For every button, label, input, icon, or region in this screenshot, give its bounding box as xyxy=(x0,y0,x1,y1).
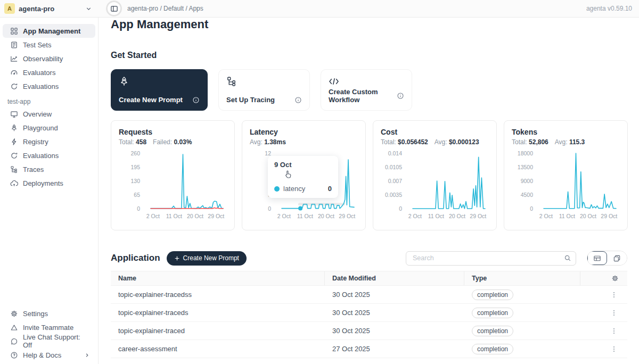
chevron-right-icon xyxy=(84,352,90,358)
sidebar-item-app-management[interactable]: App Management xyxy=(3,24,95,38)
app-date-modified: 30 Oct 2025 xyxy=(325,309,464,317)
sidebar-item-label: Overview xyxy=(23,110,52,118)
gear-icon[interactable] xyxy=(611,275,619,282)
sidebar-item-test-sets[interactable]: Test Sets xyxy=(3,38,95,52)
svg-text:12: 12 xyxy=(265,150,271,156)
svg-text:65: 65 xyxy=(134,192,140,198)
application-heading: Application xyxy=(111,253,160,263)
table-row[interactable]: topic-explainer-tracedss 30 Oct 2025 com… xyxy=(111,286,627,304)
breadcrumb[interactable]: agenta-pro / Default / Apps xyxy=(127,5,203,12)
svg-text:20 Oct: 20 Oct xyxy=(187,213,203,219)
row-menu-button[interactable] xyxy=(610,309,618,317)
sidebar-item-evaluations[interactable]: Evaluations xyxy=(3,79,95,93)
app-name: topic-explainer-traced xyxy=(111,327,325,335)
column-header-type[interactable]: Type xyxy=(464,271,580,285)
sidebar-item-invite-teammate[interactable]: Invite Teammate xyxy=(3,320,95,334)
chart-title: Cost xyxy=(381,128,489,136)
type-badge: completion xyxy=(472,344,513,354)
svg-text:11 Oct: 11 Oct xyxy=(428,213,444,219)
svg-text:20 Oct: 20 Oct xyxy=(449,213,465,219)
type-badge: completion xyxy=(472,308,513,318)
sidebar-item-live-chat[interactable]: Live Chat Support: Off xyxy=(3,334,95,348)
column-settings-header xyxy=(580,271,627,285)
help-icon xyxy=(10,351,18,359)
search-input[interactable] xyxy=(412,254,564,262)
sidebar-item-help-docs[interactable]: Help & Docs xyxy=(3,348,95,362)
svg-text:11 Oct: 11 Oct xyxy=(559,213,575,219)
card-view-button[interactable] xyxy=(607,251,627,265)
create-custom-workflow-card[interactable]: Create Custom Workflow xyxy=(321,69,412,111)
topbar: A agenta-pro agenta-pro / Default / Apps… xyxy=(0,0,639,18)
app-name: career-assessment xyxy=(111,345,325,353)
search-box xyxy=(406,251,576,266)
sidebar-item-settings[interactable]: Settings xyxy=(3,307,95,320)
set-up-tracing-card[interactable]: Set Up Tracing xyxy=(218,69,310,111)
chart-title: Requests xyxy=(119,128,227,136)
observability-icon xyxy=(10,55,18,63)
svg-text:29 Oct: 29 Oct xyxy=(208,213,224,219)
create-new-prompt-button[interactable]: Create New Prompt xyxy=(167,251,247,266)
sidebar-item-evaluators[interactable]: Evaluators xyxy=(3,65,95,79)
sidebar-item-app-evaluations[interactable]: Evaluations xyxy=(3,148,95,162)
workspace-avatar: A xyxy=(4,3,15,14)
workspace-switcher[interactable]: A agenta-pro xyxy=(0,3,99,14)
grid-icon xyxy=(10,27,18,35)
sidebar-item-label: Deployments xyxy=(23,179,63,187)
svg-text:0: 0 xyxy=(137,205,140,212)
gauge-icon xyxy=(10,69,18,77)
app-name: topic-explainer-traceds xyxy=(111,309,325,317)
column-header-name[interactable]: Name xyxy=(111,271,325,285)
svg-text:2 Oct: 2 Oct xyxy=(277,213,291,219)
svg-text:195: 195 xyxy=(130,164,140,170)
row-menu-button[interactable] xyxy=(610,345,618,353)
sidebar-item-label: Help & Docs xyxy=(23,351,61,359)
search-icon[interactable] xyxy=(564,254,571,262)
svg-text:0.007: 0.007 xyxy=(388,178,402,184)
card-label: Set Up Tracing xyxy=(226,96,275,104)
svg-text:130: 130 xyxy=(130,178,140,184)
create-new-prompt-card[interactable]: Create New Prompt xyxy=(111,69,208,111)
sidebar-item-label: Invite Teammate xyxy=(23,324,73,332)
row-menu-button[interactable] xyxy=(610,291,618,299)
info-icon[interactable] xyxy=(192,96,200,104)
rocket-icon xyxy=(119,76,200,87)
sidebar-item-playground[interactable]: Playground xyxy=(3,121,95,135)
type-badge: completion xyxy=(472,289,513,300)
table-row[interactable]: topic-explainer-traced 30 Oct 2025 compl… xyxy=(111,322,627,340)
sidebar-collapse-button[interactable] xyxy=(106,1,122,16)
get-started-heading: Get Started xyxy=(111,51,627,60)
sidebar-item-traces[interactable]: Traces xyxy=(3,162,95,176)
info-icon[interactable] xyxy=(397,92,404,100)
tokens-chart: 18000135009000450002 Oct11 Oct20 Oct29 O… xyxy=(512,147,621,227)
series-dot-icon xyxy=(274,186,280,192)
requests-chart: 2601951306502 Oct11 Oct20 Oct29 Oct xyxy=(119,147,228,227)
info-icon[interactable] xyxy=(294,96,302,104)
app-section-label: test-app xyxy=(7,98,98,105)
svg-text:29 Oct: 29 Oct xyxy=(470,213,486,219)
monitor-icon xyxy=(10,110,18,118)
column-header-date-modified[interactable]: Date Modified xyxy=(325,271,464,285)
applications-table: Name Date Modified Type topic-explainer-… xyxy=(111,271,627,358)
rocket-icon xyxy=(10,124,18,132)
svg-text:0: 0 xyxy=(268,205,271,212)
sidebar-item-label: Settings xyxy=(23,310,48,318)
svg-text:0.014: 0.014 xyxy=(388,150,402,156)
table-view-button[interactable] xyxy=(587,251,607,265)
card-view-icon xyxy=(613,254,621,262)
sidebar-item-label: Live Chat Support: Off xyxy=(23,333,90,349)
gear-icon xyxy=(10,310,18,318)
sidebar-item-observability[interactable]: Observability xyxy=(3,52,95,65)
table-view-icon xyxy=(593,254,601,262)
table-row[interactable]: topic-explainer-traceds 30 Oct 2025 comp… xyxy=(111,304,627,322)
sidebar-item-overview[interactable]: Overview xyxy=(3,107,95,121)
card-label: Create Custom Workflow xyxy=(329,88,397,104)
test-sets-icon xyxy=(10,41,18,49)
row-menu-button[interactable] xyxy=(610,327,618,335)
sidebar-item-label: Playground xyxy=(23,124,58,132)
svg-text:20 Oct: 20 Oct xyxy=(318,213,334,219)
chart-title: Tokens xyxy=(512,128,620,136)
sidebar-item-registry[interactable]: Registry xyxy=(3,135,95,148)
sidebar-item-deployments[interactable]: Deployments xyxy=(3,176,95,190)
lightning-icon xyxy=(10,138,18,146)
table-row[interactable]: career-assessment 27 Oct 2025 completion xyxy=(111,340,627,358)
